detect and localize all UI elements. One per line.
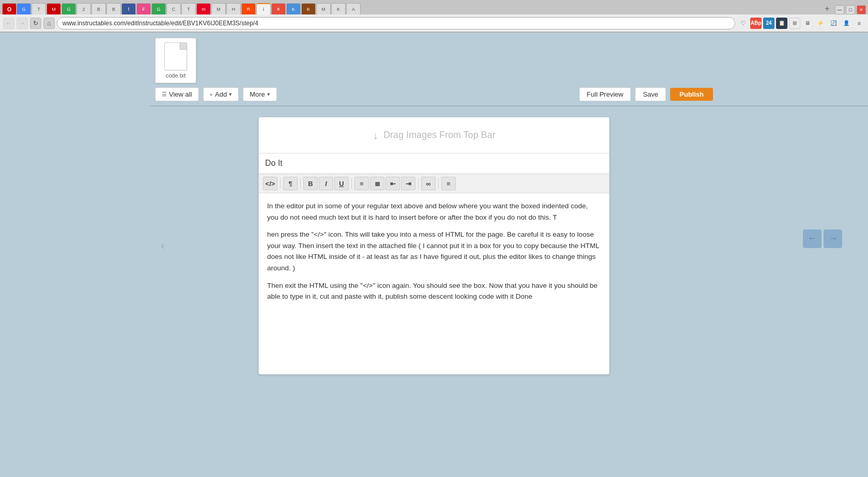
drop-arrow-icon: ↓ bbox=[373, 129, 378, 142]
new-tab-button[interactable]: + bbox=[822, 3, 833, 14]
image-drop-zone[interactable]: ↓ Drag Images From Top Bar bbox=[259, 117, 609, 153]
tab-m2[interactable]: m bbox=[196, 3, 211, 14]
ext-icon-5[interactable]: ⚡ bbox=[815, 18, 826, 29]
italic-button[interactable]: I bbox=[319, 177, 333, 190]
tab-g2[interactable]: G bbox=[61, 3, 76, 14]
more-chevron-icon: ▾ bbox=[267, 91, 270, 98]
bold-button[interactable]: B bbox=[303, 177, 318, 190]
tab-k1[interactable]: K bbox=[286, 3, 301, 14]
tab-f2[interactable]: F bbox=[136, 3, 151, 14]
tab-bar: O G T M G 2 B B f F G C T m M H R i ✕ K … bbox=[0, 0, 868, 14]
ext-icon-4[interactable]: 🖥 bbox=[802, 18, 813, 29]
tab-close-btn[interactable]: ✕ bbox=[271, 3, 286, 14]
tab-t2[interactable]: T bbox=[181, 3, 196, 14]
left-arrow-icon: ‹ bbox=[161, 239, 164, 253]
browser-toolbar-icons: ♡ ABp 24 📋 ⊞ 🖥 ⚡ 🔄 👤 ≡ bbox=[737, 18, 865, 29]
forward-nav-icon[interactable]: → bbox=[824, 229, 842, 248]
view-all-button[interactable]: ☰ View all bbox=[155, 87, 199, 101]
tab-k3[interactable]: K bbox=[331, 3, 346, 14]
close-button[interactable]: ✕ bbox=[857, 5, 866, 14]
tab-g3[interactable]: G bbox=[151, 3, 166, 14]
file-area: code.txt bbox=[0, 33, 868, 83]
drag-images-label: Drag Images From Top Bar bbox=[383, 130, 495, 141]
add-button[interactable]: + Add ▾ bbox=[203, 87, 239, 101]
save-button[interactable]: Save bbox=[635, 87, 666, 101]
link-button[interactable]: ∞ bbox=[421, 177, 436, 190]
tab-m4[interactable]: M bbox=[316, 3, 331, 14]
opera-menu[interactable]: ≡ bbox=[854, 18, 865, 29]
more-button[interactable]: More ▾ bbox=[243, 87, 277, 101]
toolbar-divider-1 bbox=[280, 178, 281, 189]
opera-tab[interactable]: O bbox=[2, 3, 17, 14]
align-button[interactable]: ≡ bbox=[441, 177, 456, 190]
url-bar[interactable] bbox=[57, 17, 735, 29]
content-paragraph-3: Then exit the HTML using the "</>" icon … bbox=[267, 280, 601, 302]
minimize-button[interactable]: — bbox=[835, 5, 844, 14]
bookmark-icon[interactable]: ♡ bbox=[737, 18, 749, 29]
back-nav-icon[interactable]: ← bbox=[803, 229, 822, 248]
ext-icon-1[interactable]: 24 bbox=[763, 18, 774, 29]
tab-g1[interactable]: G bbox=[17, 3, 31, 14]
other-tabs: G T M G 2 B B f F G C T m M H R i ✕ K K … bbox=[17, 3, 822, 14]
file-icon bbox=[164, 42, 187, 70]
ext-icon-2[interactable]: 📋 bbox=[776, 18, 787, 29]
tab-m1[interactable]: M bbox=[47, 3, 61, 14]
content-wrapper: ‹ ← → ↓ Drag Images From Top Bar </> bbox=[0, 106, 868, 385]
code-button[interactable]: </> bbox=[263, 177, 277, 190]
nav-arrows-right: ← → bbox=[803, 229, 842, 248]
indent-right-button[interactable]: ⇥ bbox=[401, 177, 415, 190]
file-attachment[interactable]: code.txt bbox=[155, 38, 196, 83]
forward-button[interactable]: → bbox=[17, 18, 28, 29]
page-background: code.txt ☰ View all + Add ▾ More ▾ Full … bbox=[0, 33, 868, 477]
refresh-button[interactable]: ↻ bbox=[30, 18, 41, 29]
tab-c1[interactable]: C bbox=[166, 3, 181, 14]
tab-b1[interactable]: B bbox=[91, 3, 106, 14]
toolbar-divider-4 bbox=[418, 178, 419, 189]
ordered-list-button[interactable]: ≣ bbox=[370, 177, 384, 190]
ext-icon-7[interactable]: 👤 bbox=[841, 18, 852, 29]
ext-icon-3[interactable]: ⊞ bbox=[789, 18, 800, 29]
main-content: ↓ Drag Images From Top Bar </> ¶ B I U ≡ bbox=[0, 106, 868, 385]
tab-b2[interactable]: B bbox=[106, 3, 121, 14]
back-button[interactable]: ← bbox=[3, 18, 14, 29]
tab-h1[interactable]: H bbox=[226, 3, 241, 14]
tab-r1[interactable]: R bbox=[241, 3, 256, 14]
tab-t1[interactable]: T bbox=[32, 3, 46, 14]
content-paragraph-2: hen press the "</>" icon. This will take… bbox=[267, 229, 601, 273]
maximize-button[interactable]: □ bbox=[846, 5, 855, 14]
editor-toolbar-bar: ☰ View all + Add ▾ More ▾ Full Preview S… bbox=[0, 83, 868, 105]
underline-button[interactable]: U bbox=[334, 177, 349, 190]
tab-a1[interactable]: A bbox=[346, 3, 361, 14]
tab-m3[interactable]: M bbox=[211, 3, 226, 14]
editor-content-area[interactable]: In the editor put in some of your regula… bbox=[259, 193, 609, 374]
indent-left-button[interactable]: ⇤ bbox=[385, 177, 400, 190]
browser-chrome: O G T M G 2 B B f F G C T m M H R i ✕ K … bbox=[0, 0, 868, 33]
address-bar: ← → ↻ ⌂ ♡ ABp 24 📋 ⊞ 🖥 ⚡ 🔄 👤 ≡ bbox=[0, 14, 868, 32]
rich-text-toolbar: </> ¶ B I U ≡ ≣ ⇤ ⇥ ∞ ≡ bbox=[259, 174, 609, 193]
tab-k2[interactable]: K bbox=[301, 3, 316, 14]
unordered-list-button[interactable]: ≡ bbox=[354, 177, 369, 190]
tab-active[interactable]: i bbox=[256, 3, 271, 14]
paragraph-button[interactable]: ¶ bbox=[283, 177, 298, 190]
abp-icon[interactable]: ABp bbox=[750, 18, 762, 29]
add-chevron-icon: ▾ bbox=[229, 91, 232, 98]
toolbar-divider-3 bbox=[351, 178, 352, 189]
toolbar-divider-5 bbox=[438, 178, 439, 189]
content-paragraph-1: In the editor put in some of your regula… bbox=[267, 201, 601, 223]
tab-f1[interactable]: f bbox=[121, 3, 136, 14]
ext-icon-6[interactable]: 🔄 bbox=[828, 18, 839, 29]
toolbar-divider-2 bbox=[300, 178, 301, 189]
prev-step-button[interactable]: ‹ bbox=[155, 233, 171, 259]
file-name-label: code.txt bbox=[166, 72, 186, 79]
tab-2[interactable]: 2 bbox=[76, 3, 91, 14]
plus-icon: + bbox=[210, 91, 213, 98]
editor-panel: ↓ Drag Images From Top Bar </> ¶ B I U ≡ bbox=[258, 117, 610, 375]
home-button[interactable]: ⌂ bbox=[43, 18, 55, 29]
publish-button[interactable]: Publish bbox=[670, 88, 713, 101]
list-icon: ☰ bbox=[162, 91, 167, 98]
toolbar-right: Full Preview Save Publish bbox=[579, 87, 868, 101]
step-title-input[interactable] bbox=[259, 153, 609, 174]
full-preview-button[interactable]: Full Preview bbox=[579, 87, 631, 101]
